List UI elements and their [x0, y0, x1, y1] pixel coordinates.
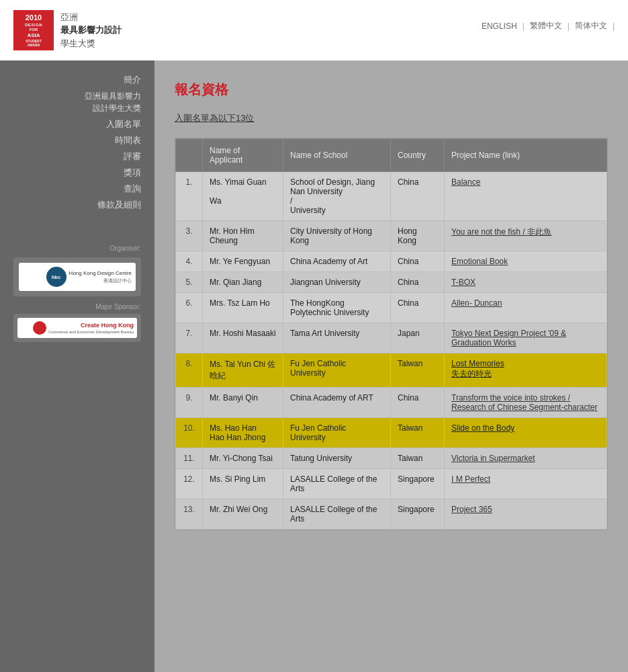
sidebar: 簡介 亞洲最具影響力設計學生大獎 入圍名單 時間表 評審 獎項 查詢 條款及細則…: [0, 60, 154, 672]
sidebar-item-terms[interactable]: 條款及細則: [97, 199, 141, 211]
table-row: 3.Mr. Hon Him CheungCity University of H…: [176, 221, 607, 251]
row-project: Balance: [445, 172, 607, 221]
project-link[interactable]: Transform the voice into strokes / Resea…: [451, 393, 597, 412]
table-container: Name ofApplicant Name of School Country …: [175, 138, 608, 530]
row-country: Taiwan: [391, 448, 445, 469]
row-num: 8.: [176, 353, 203, 388]
lang-simplified[interactable]: 简体中文: [575, 20, 607, 32]
table-body: 1.Ms. Yimai Guan WaSchool of Design, Jia…: [176, 172, 607, 530]
lang-bar: ENGLISH | 繁體中文 | 简体中文 |: [482, 20, 615, 32]
row-project: Victoria in Supermarket: [445, 448, 607, 469]
row-name: Ms. Yimai Guan Wa: [203, 172, 283, 221]
row-country: Singapore: [391, 499, 445, 530]
row-num: 6.: [176, 293, 203, 323]
row-school: The HongKong Polytechnic University: [283, 293, 391, 323]
table-row: 4.Mr. Ye FengyuanChina Academy of ArtChi…: [176, 251, 607, 272]
project-link[interactable]: I M Perfect: [451, 474, 490, 484]
sidebar-item-timeline[interactable]: 時間表: [115, 134, 141, 146]
sponsor-logo-box: Create Hong Kong Commerce and Economic D…: [13, 314, 141, 342]
row-name: Mrs. Tsz Lam Ho: [203, 293, 283, 323]
row-school: Tama Art University: [283, 323, 391, 353]
table-row: 5.Mr. Qian JiangJiangnan UniversityChina…: [176, 272, 607, 293]
project-link[interactable]: Emotional Book: [451, 257, 508, 266]
sidebar-item-about[interactable]: 亞洲最具影響力設計學生大獎: [85, 90, 141, 114]
logo-box: 2010 DESIGN FOR ASIA STUDENT AWARD: [13, 10, 54, 50]
sub-heading[interactable]: 入圍名單為以下13位: [175, 112, 608, 124]
col-school: Name of School: [283, 139, 391, 172]
row-num: 11.: [176, 448, 203, 469]
sponsor-name: Create Hong Kong: [48, 321, 134, 330]
lang-english[interactable]: ENGLISH: [482, 22, 517, 31]
project-link[interactable]: Project 365: [451, 505, 492, 514]
sidebar-item-intro[interactable]: 簡介: [124, 74, 141, 86]
major-sponsor-label: Major Sponsor:: [13, 303, 141, 310]
project-link[interactable]: Tokyo Next Design Project '09 & Graduati…: [451, 329, 566, 347]
project-link[interactable]: Balance: [451, 177, 480, 187]
row-name: Mr. Yi-Chong Tsai: [203, 448, 283, 469]
applicants-table: Name ofApplicant Name of School Country …: [175, 138, 607, 530]
row-project: Lost Memories 失去的時光: [445, 353, 607, 388]
row-num: 1.: [176, 172, 203, 221]
row-school: City University of Hong Kong: [283, 221, 391, 251]
lang-sep-3: |: [613, 22, 615, 31]
top-bar: 2010 DESIGN FOR ASIA STUDENT AWARD 亞洲 最具…: [0, 0, 628, 60]
row-num: 9.: [176, 388, 203, 418]
row-project: Tokyo Next Design Project '09 & Graduati…: [445, 323, 607, 353]
row-num: 4.: [176, 251, 203, 272]
project-link[interactable]: Lost Memories 失去的時光: [451, 359, 504, 378]
sponsor-sub: Commerce and Economic Development Bureau: [48, 330, 134, 335]
organiser-label: Organiser:: [13, 245, 141, 252]
row-country: Japan: [391, 323, 445, 353]
project-link[interactable]: Slide on the Body: [451, 423, 514, 433]
row-name: Mr. Qian Jiang: [203, 272, 283, 293]
row-school: LASALLE College of the Arts: [283, 499, 391, 530]
lang-traditional[interactable]: 繁體中文: [530, 20, 562, 32]
table-row: 1.Ms. Yimai Guan WaSchool of Design, Jia…: [176, 172, 607, 221]
project-link[interactable]: T-BOX: [451, 278, 476, 287]
org-logo-inner: hkc Hong Kong Design Centre 香港設計中心: [19, 263, 136, 291]
row-name: Mr. Banyi Qin: [203, 388, 283, 418]
row-project: I M Perfect: [445, 469, 607, 499]
row-school: Fu Jen Catholic University: [283, 353, 391, 388]
row-school: School of Design, Jiang Nan University /…: [283, 172, 391, 221]
row-country: China: [391, 272, 445, 293]
sidebar-item-awards[interactable]: 獎項: [124, 167, 141, 179]
row-name: Ms. Hao Han Hao Han Jhong: [203, 418, 283, 448]
col-project: Project Name (link): [445, 139, 607, 172]
lang-sep-1: |: [523, 22, 525, 31]
row-project: Allen- Duncan: [445, 293, 607, 323]
row-school: China Academy of ART: [283, 388, 391, 418]
project-link[interactable]: You are not the fish / 非此魚: [451, 227, 551, 237]
sponsor-logo-inner: Create Hong Kong Commerce and Economic D…: [17, 318, 137, 338]
row-num: 10.: [176, 418, 203, 448]
row-school: Jiangnan University: [283, 272, 391, 293]
project-link[interactable]: Allen- Duncan: [451, 298, 502, 308]
sidebar-item-judges[interactable]: 評審: [124, 151, 141, 163]
col-name: Name ofApplicant: [203, 139, 283, 172]
row-school: Tatung University: [283, 448, 391, 469]
row-name: Mr. Hoshi Masaaki: [203, 323, 283, 353]
table-row: 9.Mr. Banyi QinChina Academy of ARTChina…: [176, 388, 607, 418]
org-logo-box: hkc Hong Kong Design Centre 香港設計中心: [13, 257, 141, 296]
row-project: Transform the voice into strokes / Resea…: [445, 388, 607, 418]
table-row: 8.Ms. Tai Yun Chi 佐晗紀Fu Jen Catholic Uni…: [176, 353, 607, 388]
row-project: Project 365: [445, 499, 607, 530]
table-row: 11.Mr. Yi-Chong TsaiTatung UniversityTai…: [176, 448, 607, 469]
row-num: 5.: [176, 272, 203, 293]
project-link[interactable]: Victoria in Supermarket: [451, 454, 535, 463]
row-project: Emotional Book: [445, 251, 607, 272]
hkdc-text: Hong Kong Design Centre 香港設計中心: [69, 270, 132, 283]
row-country: Hong Kong: [391, 221, 445, 251]
col-num: [176, 139, 203, 172]
sidebar-item-enquiry[interactable]: 查詢: [124, 183, 141, 195]
page-heading: 報名資格: [175, 81, 608, 99]
row-name: Mr. Ye Fengyuan: [203, 251, 283, 272]
sidebar-item-shortlist[interactable]: 入圍名單: [106, 118, 141, 130]
row-name: Mr. Hon Him Cheung: [203, 221, 283, 251]
table-row: 10.Ms. Hao Han Hao Han JhongFu Jen Catho…: [176, 418, 607, 448]
sidebar-organiser: Organiser: hkc Hong Kong Design Centre 香…: [0, 238, 154, 349]
sidebar-nav: 簡介 亞洲最具影響力設計學生大獎 入圍名單 時間表 評審 獎項 查詢 條款及細則: [0, 74, 154, 211]
row-name: Ms. Si Ping Lim: [203, 469, 283, 499]
row-country: China: [391, 293, 445, 323]
logo-area: 2010 DESIGN FOR ASIA STUDENT AWARD 亞洲 最具…: [13, 10, 122, 50]
